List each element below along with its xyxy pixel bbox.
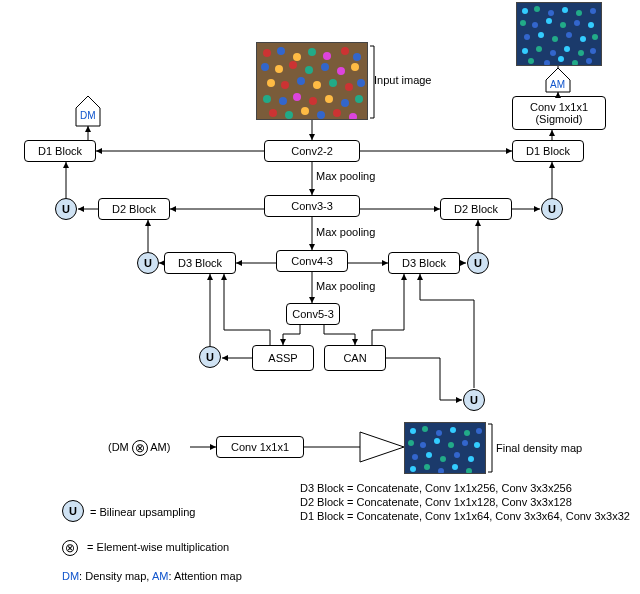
legend-u-text: = Bilinear upsampling: [90, 506, 195, 518]
svg-point-99: [434, 438, 440, 444]
svg-point-61: [544, 60, 550, 66]
svg-point-101: [462, 440, 468, 446]
svg-point-26: [325, 95, 333, 103]
svg-rect-90: [405, 423, 486, 474]
svg-point-50: [552, 36, 558, 42]
svg-point-48: [524, 34, 530, 40]
d3-right-box: D3 Block: [388, 252, 460, 274]
assp-box: ASSP: [252, 345, 314, 371]
d1-right-box: D1 Block: [512, 140, 584, 162]
svg-point-7: [353, 53, 361, 61]
svg-point-51: [566, 32, 572, 38]
svg-point-39: [562, 7, 568, 13]
conv22-box: Conv2-2: [264, 140, 360, 162]
legend-u-icon: U: [62, 500, 84, 522]
svg-point-57: [564, 46, 570, 52]
svg-point-17: [297, 77, 305, 85]
svg-point-64: [586, 58, 592, 64]
svg-point-21: [357, 79, 365, 87]
svg-point-31: [301, 107, 309, 115]
svg-point-56: [550, 50, 556, 56]
conv43-box: Conv4-3: [276, 250, 348, 272]
d2-right-box: D2 Block: [440, 198, 512, 220]
d1-left-box: D1 Block: [24, 140, 96, 162]
svg-point-27: [341, 99, 349, 107]
svg-point-107: [468, 456, 474, 462]
svg-point-38: [548, 10, 554, 16]
svg-point-102: [474, 442, 480, 448]
maxpool3-label: Max pooling: [316, 280, 375, 292]
svg-point-11: [305, 66, 313, 74]
u-bottom-right: U: [463, 389, 485, 411]
u-mid-left: U: [137, 252, 159, 274]
svg-point-25: [309, 97, 317, 105]
svg-point-63: [572, 60, 578, 66]
svg-point-103: [412, 454, 418, 460]
svg-point-24: [293, 93, 301, 101]
svg-point-62: [558, 56, 564, 62]
d3-left-box: D3 Block: [164, 252, 236, 274]
otimes-legend-icon: ⊗: [62, 540, 78, 556]
svg-point-43: [532, 22, 538, 28]
conv-sigmoid-box: Conv 1x1x1 (Sigmoid): [512, 96, 606, 130]
svg-point-98: [420, 442, 426, 448]
svg-point-44: [546, 18, 552, 24]
legend-otimes-row: ⊗ = Element-wise multiplication: [62, 540, 229, 556]
svg-point-10: [289, 61, 297, 69]
maxpool1-label: Max pooling: [316, 170, 375, 182]
svg-point-104: [426, 452, 432, 458]
svg-point-111: [452, 464, 458, 470]
otimes-icon: ⊗: [132, 440, 148, 456]
svg-point-110: [438, 468, 444, 474]
svg-point-106: [454, 452, 460, 458]
svg-point-55: [536, 46, 542, 52]
svg-point-36: [522, 8, 528, 14]
svg-point-37: [534, 6, 540, 12]
u-bottom-left: U: [199, 346, 221, 368]
svg-point-59: [590, 48, 596, 54]
svg-point-19: [329, 79, 337, 87]
final-density-label: Final density map: [496, 442, 582, 454]
u-top-right: U: [541, 198, 563, 220]
svg-point-60: [528, 58, 534, 64]
svg-point-40: [576, 10, 582, 16]
svg-point-20: [345, 83, 353, 91]
maxpool2-label: Max pooling: [316, 226, 375, 238]
svg-point-8: [261, 63, 269, 71]
svg-point-16: [281, 81, 289, 89]
svg-point-29: [269, 109, 277, 117]
svg-point-13: [337, 67, 345, 75]
svg-point-94: [450, 427, 456, 433]
legend-d2: D2 Block = Concatenate, Conv 1x1x128, Co…: [300, 496, 572, 508]
svg-point-3: [293, 53, 301, 61]
svg-point-92: [422, 426, 428, 432]
svg-point-28: [355, 95, 363, 103]
output-image-am: [516, 2, 602, 66]
svg-point-14: [351, 63, 359, 71]
svg-point-47: [588, 22, 594, 28]
svg-point-95: [464, 430, 470, 436]
svg-point-100: [448, 442, 454, 448]
svg-point-18: [313, 81, 321, 89]
conv111-final-box: Conv 1x1x1: [216, 436, 304, 458]
legend-maps: DM: Density map, AM: Attention map: [62, 570, 242, 582]
svg-point-45: [560, 22, 566, 28]
input-image-label: Input image: [374, 74, 431, 86]
svg-point-42: [520, 20, 526, 26]
svg-point-109: [424, 464, 430, 470]
svg-point-33: [333, 109, 341, 117]
am-label: AM: [550, 79, 565, 90]
svg-point-93: [436, 430, 442, 436]
svg-point-52: [580, 36, 586, 42]
u-top-left: U: [55, 198, 77, 220]
svg-point-41: [590, 8, 596, 14]
svg-point-32: [317, 111, 325, 119]
svg-point-23: [279, 97, 287, 105]
final-density-image: [404, 422, 486, 474]
d2-left-box: D2 Block: [98, 198, 170, 220]
svg-point-49: [538, 32, 544, 38]
legend-d1: D1 Block = Concatenate, Conv 1x1x64, Con…: [300, 510, 630, 522]
svg-point-53: [592, 34, 598, 40]
dm-label: DM: [80, 110, 96, 121]
svg-point-12: [321, 63, 329, 71]
